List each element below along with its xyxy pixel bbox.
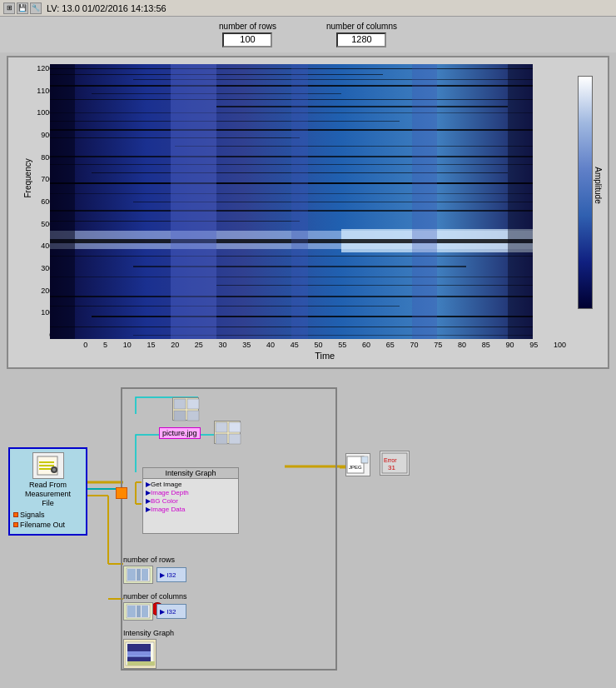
intensity-graph-title: Intensity Graph xyxy=(143,468,238,479)
colorbar: -45000 -37500 -30000 Amplitude xyxy=(574,64,601,361)
svg-rect-81 xyxy=(127,651,151,656)
colorbar-gradient xyxy=(578,76,593,309)
main-bd-box: picture.jpg Intensity Graph ▶ Get Image … xyxy=(121,387,337,671)
svg-rect-36 xyxy=(50,64,75,339)
svg-rect-34 xyxy=(291,64,308,339)
window-icon-1[interactable]: ⊞ xyxy=(3,2,15,14)
rfmf-filename-row: Filename Out xyxy=(13,521,82,529)
svg-rect-74 xyxy=(142,569,148,581)
intensity-graph-bottom-icon xyxy=(123,639,156,669)
cols-label: number of columns xyxy=(326,22,397,31)
svg-rect-56 xyxy=(187,399,199,409)
svg-rect-59 xyxy=(216,422,227,432)
intensity-graph-bottom: Intensity Graph xyxy=(123,629,174,669)
block-diagram-area: Read FromMeasurementFile Signals Filenam… xyxy=(0,372,616,681)
svg-rect-27 xyxy=(216,285,533,286)
svg-rect-73 xyxy=(137,569,141,581)
i32-tag-rows: ▶ I32 xyxy=(156,567,186,582)
svg-rect-35 xyxy=(412,64,437,339)
svg-rect-62 xyxy=(229,434,241,444)
svg-rect-50 xyxy=(39,461,54,463)
rfmf-block: Read FromMeasurementFile Signals Filenam… xyxy=(8,447,87,536)
intensity-graph-rows: ▶ Get Image ▶ Image Depth ▶ BG Color ▶ I… xyxy=(143,479,238,514)
heatmap-svg xyxy=(50,64,533,339)
svg-rect-72 xyxy=(127,569,136,581)
mosaic-block-2 xyxy=(214,421,241,444)
bd-container: Read FromMeasurementFile Signals Filenam… xyxy=(0,372,616,681)
svg-rect-7 xyxy=(216,106,508,107)
amplitude-label: Amplitude xyxy=(593,167,602,203)
x-axis: 0 5 10 15 20 25 30 35 40 45 50 55 60 65 … xyxy=(83,341,566,349)
svg-rect-51 xyxy=(39,465,54,466)
svg-text:JPEG: JPEG xyxy=(349,465,362,470)
svg-rect-60 xyxy=(229,422,241,432)
svg-rect-37 xyxy=(508,64,533,339)
rfmf-icon xyxy=(32,452,64,479)
svg-rect-82 xyxy=(127,661,155,666)
num-rows-block: number of rows ▶ I32 xyxy=(123,556,186,584)
num-rows-icon xyxy=(123,566,153,584)
svg-rect-77 xyxy=(137,606,141,617)
svg-point-54 xyxy=(52,468,56,471)
mosaic-block-1 xyxy=(172,397,199,421)
rfmf-signals-label: Signals xyxy=(20,511,45,519)
svg-rect-29 xyxy=(50,306,400,307)
rfmf-outputs: Signals Filename Out xyxy=(13,511,82,529)
picture-label: picture.jpg xyxy=(159,427,201,439)
x-axis-label: Time xyxy=(83,351,566,361)
num-cols-icon xyxy=(123,602,153,621)
rfmf-filename-label: Filename Out xyxy=(20,521,65,529)
heatmap xyxy=(50,64,533,339)
svg-rect-52 xyxy=(39,468,51,470)
rfmf-filename-connector xyxy=(13,522,18,527)
error-block: Error 31 xyxy=(380,451,410,476)
graph-container: Frequency 0 100 200 300 400 500 600 700 … xyxy=(7,56,609,369)
rows-input[interactable]: 100 xyxy=(222,32,272,47)
title-text: LV: 13.0 01/02/2016 14:13:56 xyxy=(47,3,166,13)
cols-input[interactable]: 1280 xyxy=(336,32,386,47)
svg-rect-76 xyxy=(127,606,136,617)
rfmf-signals-connector xyxy=(13,512,18,517)
cols-input-group: number of columns 1280 xyxy=(326,22,397,47)
svg-text:31: 31 xyxy=(388,464,395,471)
rfmf-signals-row: Signals xyxy=(13,511,82,519)
num-cols-block: number of columns ▶ I32 xyxy=(123,592,187,621)
i32-tag-cols: ▶ I32 xyxy=(156,604,186,619)
window-icon-3[interactable]: 🔧 xyxy=(30,2,42,14)
top-panel: number of rows 100 number of columns 128… xyxy=(0,17,616,52)
num-cols-block-label: number of columns xyxy=(123,592,187,601)
svg-text:Error: Error xyxy=(384,457,397,463)
jpeg-block: JPEG xyxy=(345,453,370,476)
rows-label: number of rows xyxy=(219,22,276,31)
svg-rect-61 xyxy=(216,434,227,444)
title-bar: ⊞ 💾 🔧 LV: 13.0 01/02/2016 14:13:56 xyxy=(0,0,616,17)
intensity-graph-bottom-label: Intensity Graph xyxy=(123,629,174,637)
svg-rect-58 xyxy=(187,411,199,421)
num-rows-block-label: number of rows xyxy=(123,556,186,564)
rows-input-group: number of rows 100 xyxy=(219,22,276,47)
svg-rect-64 xyxy=(361,456,368,463)
svg-rect-78 xyxy=(142,606,148,617)
svg-rect-30 xyxy=(92,316,533,317)
svg-rect-33 xyxy=(171,64,216,339)
graph-inner: Frequency 0 100 200 300 400 500 600 700 … xyxy=(15,64,601,361)
svg-rect-9 xyxy=(50,121,400,122)
rfmf-label: Read FromMeasurementFile xyxy=(13,481,82,507)
orange-connector xyxy=(116,487,127,499)
window-icon-2[interactable]: 💾 xyxy=(17,2,28,14)
svg-rect-57 xyxy=(174,411,186,421)
intensity-graph-box: Intensity Graph ▶ Get Image ▶ Image Dept… xyxy=(142,467,239,534)
svg-rect-12 xyxy=(175,146,533,147)
svg-rect-55 xyxy=(174,399,186,409)
